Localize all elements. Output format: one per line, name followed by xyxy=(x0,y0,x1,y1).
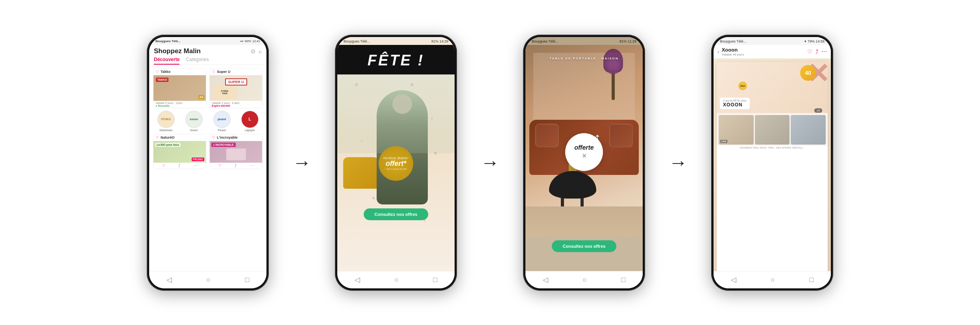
nav-back-3[interactable]: ◁ xyxy=(543,275,548,284)
p4-action-icons: ♡ ⤴ ⋯ xyxy=(807,48,827,55)
p4-brand-name: Xooon xyxy=(722,47,805,53)
share-action-2[interactable]: ⤴ xyxy=(235,163,237,168)
p4-product-2 xyxy=(755,115,790,145)
p4-back-btn[interactable]: ‹ xyxy=(717,48,719,55)
brand-wrap-lapeyre[interactable]: L Lapeyre xyxy=(241,111,259,132)
p1-title: Shoppez Malin xyxy=(154,47,201,55)
heart-action[interactable]: ♡ xyxy=(162,163,165,168)
nav-back[interactable]: ◁ xyxy=(166,275,172,284)
p4-40-badge: 40 xyxy=(800,65,816,81)
nav-back-4[interactable]: ◁ xyxy=(731,275,736,284)
status-bar-2: Bouygues Télé... 81% 14:29 xyxy=(337,37,455,45)
catalog-meta-takko: Valable 5 jours · 22km ● Nouveau xyxy=(153,101,206,108)
nav-home-4[interactable]: ○ xyxy=(771,276,775,284)
brand-label-picard: Picard xyxy=(218,129,226,132)
p3-photo-area: TABLE DE PORTABLE · MAISON offerte ✕ ↗ xyxy=(525,45,643,238)
nav-recent-4[interactable]: □ xyxy=(809,276,814,284)
p3-screen: Bouygues Télé... 81% 11:29 xyxy=(525,37,643,288)
location-icon[interactable]: ⊙ xyxy=(251,48,255,54)
status-bar-4: Bouygues Télé... ▾ 79% 14:58 xyxy=(714,37,831,45)
status-bar-3: Bouygues Télé... 81% 11:29 xyxy=(525,37,643,45)
heart-action-2[interactable]: ♡ xyxy=(218,163,222,168)
heart-icon-superu: ♡ xyxy=(212,70,215,74)
p3-top-label: TABLE DE PORTABLE · MAISON xyxy=(549,57,619,60)
nav-recent[interactable]: □ xyxy=(245,276,249,284)
phone-2: Bouygues Télé... 81% 14:29 FÊTE ! xyxy=(335,35,457,291)
consult-btn-2[interactable]: Consultez nos offres xyxy=(364,208,429,220)
consult-btn-3[interactable]: Consultez nos offres xyxy=(552,240,617,252)
chair-shape xyxy=(343,157,379,189)
catalog-item-takko[interactable]: ♡ Takko TAKKO 24 Valable 5 jours · 22km … xyxy=(153,68,206,108)
p1-header-icons: ⊙ ⌕ xyxy=(251,48,262,54)
catalog-item-lincroyable[interactable]: ♡ L'incroyable L'INCROYABLE ♡ ⤴ ⋯ xyxy=(209,134,263,169)
brand-circles: STOKO Stokomani xooon Xooon picard xyxy=(153,111,263,132)
nav-home-3[interactable]: ○ xyxy=(582,276,587,284)
share-action[interactable]: ⤴ xyxy=(178,163,180,168)
p4-share-icon[interactable]: ⤴ xyxy=(815,48,818,55)
p4-heart-icon[interactable]: ♡ xyxy=(807,48,812,55)
tab-decouverte[interactable]: Découverte xyxy=(154,57,179,65)
nav-bar-3: ◁ ○ □ xyxy=(525,271,643,288)
catalog-item-superu[interactable]: ♡ Super U SUPER U FOIREVINS Valable 2 jo… xyxy=(209,68,263,108)
phone-4: Bouygues Télé... ▾ 79% 14:58 ‹ Xooon Val… xyxy=(711,35,833,291)
nav-recent-3[interactable]: □ xyxy=(621,276,625,284)
brand-label-stokomani: Stokomani xyxy=(159,129,172,132)
p3-offer-circle: offerte ✕ xyxy=(565,133,603,171)
nav-bar-2: ◁ ○ □ xyxy=(337,271,455,288)
nav-home[interactable]: ○ xyxy=(206,276,211,284)
fete-title: FÊTE ! xyxy=(337,48,455,71)
more-action-2[interactable]: ⋯ xyxy=(250,163,254,168)
brand-label-xooon: Xooon xyxy=(190,129,198,132)
catalog-thumb-lincroyable: L'INCROYABLE xyxy=(210,141,262,163)
p4-fete-label: C'est la FÊTE chez xyxy=(723,99,747,102)
p4-offert-tag: offert xyxy=(738,82,747,90)
nav-bar-4: ◁ ○ □ xyxy=(714,271,831,288)
heart-icon-lincroyable: ♡ xyxy=(212,136,215,140)
brand-wrap-stokomani[interactable]: STOKO Stokomani xyxy=(157,111,175,132)
brand-wrap-picard[interactable]: picard Picard xyxy=(213,111,231,132)
p2-photo-area: FAUTEUIL "BUENO" offert* * dès 3 achat d… xyxy=(337,74,455,204)
arrow-3: → xyxy=(669,153,688,172)
p1-header: Shoppez Malin ⊙ ⌕ Découverte Catégories xyxy=(149,45,266,65)
catalog-row-2: ♡ NaturéO La BIO pour tous PROMO ♡ ⤴ ⋯ xyxy=(153,134,263,169)
heart-icon-natureo: ♡ xyxy=(155,136,159,140)
heart-icon-takko: ♡ xyxy=(155,70,159,74)
search-icon[interactable]: ⌕ xyxy=(259,48,262,54)
nav-home-2[interactable]: ○ xyxy=(394,276,399,284)
brand-circle-xooon: xooon xyxy=(185,111,203,128)
phone-3: Bouygues Télé... 81% 11:29 xyxy=(523,35,645,291)
brand-label-lapeyre: Lapeyre xyxy=(245,129,255,132)
nav-back-2[interactable]: ◁ xyxy=(355,275,360,284)
catalog-thumb-natureo: La BIO pour tous PROMO xyxy=(153,141,206,163)
tab-categories[interactable]: Catégories xyxy=(186,57,209,65)
brand-natureo: NaturéO xyxy=(161,136,175,139)
p4-catalog-card: ✕ 40 C'est la FÊTE chez XOOON xyxy=(717,62,828,273)
p4-tagline: CÉLÉBREZ AVEC NOUS · PRO... DES OFFRES S… xyxy=(717,146,828,150)
catalog-row-1: ♡ Takko TAKKO 24 Valable 5 jours · 22km … xyxy=(153,68,263,108)
p2-subtitle: FAUTEUIL "BUENO" xyxy=(383,157,409,160)
brand-lincroyable: L'incroyable xyxy=(217,136,238,139)
p2-screen: Bouygues Télé... 81% 14:29 FÊTE ! xyxy=(337,37,455,288)
p3-offerte: offerte xyxy=(574,144,594,151)
p4-header: ‹ Xooon Valable 46 jours ♡ ⤴ ⋯ xyxy=(714,45,831,59)
brand-superu: Super U xyxy=(217,70,231,74)
catalog-item-natureo[interactable]: ♡ NaturéO La BIO pour tous PROMO ♡ ⤴ ⋯ xyxy=(153,134,206,169)
signal-icon: ▪▪▪ xyxy=(240,39,244,43)
nav-recent-2[interactable]: □ xyxy=(433,276,437,284)
more-action[interactable]: ⋯ xyxy=(194,163,198,168)
nav-bar-1: ◁ ○ □ xyxy=(149,271,266,288)
p2-offer-circle: FAUTEUIL "BUENO" offert* * dès 3 achat d… xyxy=(379,146,413,181)
p4-fete-box: C'est la FÊTE chez XOOON xyxy=(720,98,750,109)
catalog-meta-superu: Valable 2 jours · 6,4km Expire bientôt xyxy=(210,101,262,108)
scene: Bouygues Télé... ▪▪▪ 90% 12:41 Shoppez M… xyxy=(0,27,980,299)
p4-product-3 xyxy=(791,115,826,145)
p1-tabs: Découverte Catégories xyxy=(154,57,262,65)
p2-window-bg xyxy=(337,74,455,153)
p4-card-top: ✕ 40 C'est la FÊTE chez XOOON xyxy=(717,62,828,113)
p3-floor xyxy=(525,206,643,238)
p4-more-icon[interactable]: ⋯ xyxy=(821,48,827,55)
brand-circle-picard: picard xyxy=(213,111,231,128)
p4-page-num: 1/6 xyxy=(814,108,822,113)
p4-content: ✕ 40 C'est la FÊTE chez XOOON xyxy=(714,59,831,276)
brand-wrap-xooon[interactable]: xooon Xooon xyxy=(185,111,203,132)
